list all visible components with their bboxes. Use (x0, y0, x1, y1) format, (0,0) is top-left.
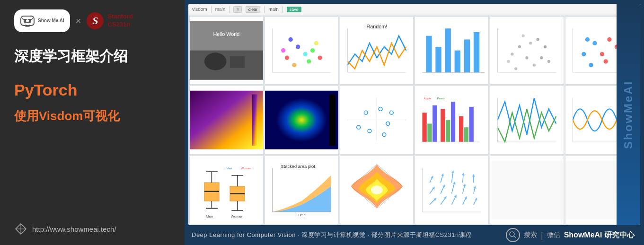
svg-point-35 (529, 42, 532, 44)
toolbar-label-main2: main (268, 7, 279, 12)
svg-rect-79 (428, 124, 432, 142)
toolbar-btn-clear[interactable]: clear (246, 6, 261, 13)
svg-text:Men: Men (206, 214, 213, 219)
plot-stacked-area: Stacked area plot Time (265, 156, 339, 224)
toolbar-btn-menu[interactable]: ≡ (233, 6, 241, 13)
svg-point-12 (314, 41, 318, 45)
toolbar-separator-1 (211, 6, 212, 13)
svg-point-38 (533, 64, 536, 67)
plot-bar-grouped: Apple Pears (415, 86, 489, 154)
svg-point-40 (544, 45, 547, 48)
brand-label: ShowMeAI 研究中心 (564, 230, 635, 240)
svg-point-16 (318, 56, 322, 60)
main-title: 深度学习框架介绍 (14, 45, 170, 67)
svg-rect-27 (436, 47, 441, 72)
svg-rect-83 (451, 102, 455, 142)
svg-point-36 (540, 56, 543, 59)
stanford-s-logo: S (87, 12, 104, 29)
toolbar-save-btn[interactable]: save (287, 7, 301, 12)
svg-point-42 (514, 67, 517, 70)
visdom-toolbar: visdom main ≡ clear main save (188, 4, 640, 15)
cross-symbol: × (76, 16, 81, 26)
bottom-description: Deep Learning for Computer Vision · 深度学习… (192, 231, 472, 239)
toolbar-label-main: main (215, 7, 226, 12)
svg-text:Women: Women (231, 214, 244, 219)
svg-rect-86 (469, 107, 474, 142)
svg-rect-28 (445, 28, 451, 72)
plot-3d-surface (340, 156, 414, 224)
stanford-badge: S Stanford CS231n (87, 12, 132, 29)
plot-scatter-dots (490, 16, 564, 85)
search-label: 搜索 (524, 231, 537, 239)
plot-empty-1 (490, 156, 564, 224)
svg-rect-78 (423, 113, 427, 142)
svg-point-56 (585, 37, 590, 42)
svg-text:Time: Time (298, 213, 306, 217)
plot-scatter-3d (265, 16, 339, 85)
plot-scatter-cross (340, 86, 414, 154)
plot-boxplot: Men Women Men Women (189, 156, 264, 224)
svg-rect-141 (490, 160, 564, 219)
svg-rect-30 (464, 39, 470, 72)
wechat-label: 微信 (547, 231, 560, 239)
svg-point-11 (307, 59, 311, 63)
website-link[interactable]: http://www.showmeai.tech/ (32, 225, 116, 233)
svg-text:Men: Men (226, 166, 232, 170)
subtitle-suffix: 可视化 (83, 109, 120, 123)
plot-image: Hello World (189, 16, 264, 85)
svg-rect-82 (446, 120, 450, 142)
subtitle-visdom: Visdom (39, 109, 83, 123)
toolbar-separator-3 (264, 6, 265, 13)
svg-rect-84 (459, 116, 463, 142)
divider: | (541, 230, 543, 240)
svg-point-49 (582, 52, 586, 56)
plot-heatmap (189, 86, 264, 154)
svg-point-41 (526, 56, 529, 59)
svg-point-53 (589, 63, 593, 67)
svg-rect-80 (433, 105, 437, 142)
svg-point-34 (511, 52, 514, 55)
plot-bar-chart (415, 16, 489, 85)
plot-zigzag (490, 86, 564, 154)
toolbar-label-visdom: visdom (192, 7, 207, 12)
svg-text:Apple: Apple (424, 97, 432, 100)
visdom-screenshot: visdom main ≡ clear main save Hello Worl… (188, 4, 640, 225)
svg-point-13 (281, 48, 285, 52)
svg-text:Women: Women (241, 166, 251, 170)
svg-rect-33 (490, 21, 564, 80)
svg-rect-66 (329, 95, 335, 146)
bottom-right: 搜索 | 微信 ShowMeAI 研究中心 (506, 228, 635, 242)
svg-text:Pears: Pears (437, 97, 445, 100)
svg-text:Random!: Random! (366, 24, 387, 29)
svg-point-57 (600, 52, 604, 56)
showmeai-logo-badge: Show Me AI (14, 9, 70, 32)
svg-point-2 (26, 19, 29, 22)
svg-point-54 (607, 37, 611, 42)
plot-quiver (415, 156, 489, 224)
svg-rect-8 (265, 21, 338, 80)
svg-rect-123 (415, 160, 488, 219)
plots-grid: Hello World (188, 15, 640, 225)
svg-point-14 (303, 52, 307, 56)
svg-point-44 (547, 60, 550, 63)
sidebar: Show Me AI × S Stanford CS231n 深度学习框架介绍 … (0, 0, 185, 245)
svg-point-50 (592, 41, 597, 45)
bottom-bar: Deep Learning for Computer Vision · 深度学习… (185, 225, 644, 245)
svg-point-15 (292, 63, 296, 67)
svg-rect-85 (464, 127, 468, 142)
svg-point-65 (276, 98, 327, 142)
svg-text:Stacked area plot: Stacked area plot (281, 164, 315, 169)
svg-text:Hello World: Hello World (213, 31, 240, 37)
svg-rect-21 (340, 21, 414, 80)
logo-area: Show Me AI × S Stanford CS231n (14, 9, 170, 32)
svg-rect-7 (230, 56, 245, 68)
svg-rect-81 (441, 109, 445, 142)
svg-rect-4 (190, 51, 263, 80)
plot-line-random: Random! (340, 16, 414, 85)
svg-point-143 (510, 232, 514, 236)
toolbar-separator-2 (229, 6, 229, 13)
showmeai-vertical-text: ShowMeAI (617, 4, 640, 225)
search-icon[interactable] (506, 228, 520, 242)
showmeai-icon (20, 13, 35, 28)
svg-rect-63 (252, 95, 258, 146)
